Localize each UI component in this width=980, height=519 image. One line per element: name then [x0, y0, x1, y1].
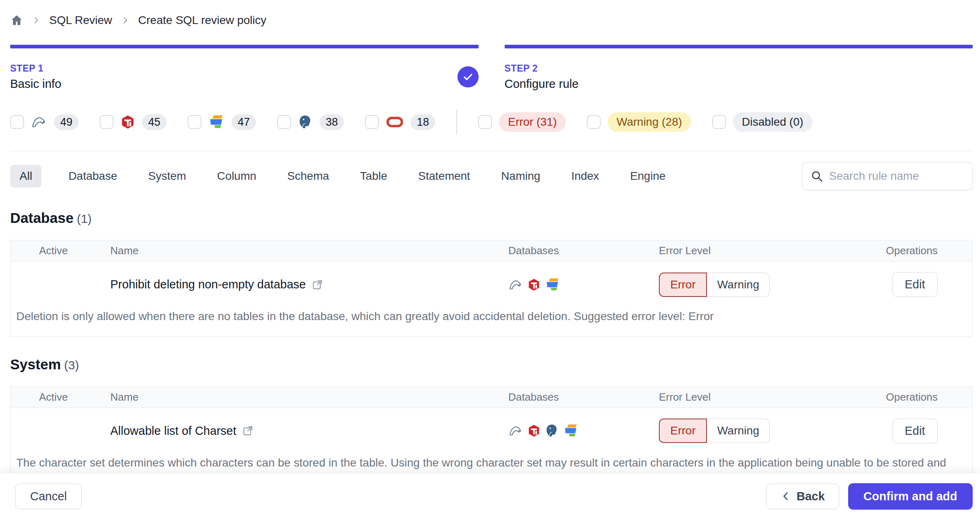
- oceanbase-checkbox[interactable]: [188, 115, 201, 129]
- table-row: Allowable list of Charset Error Warning …: [11, 408, 972, 452]
- filter-bar: 49 45 47 38: [10, 109, 973, 135]
- step-2-label: STEP 2: [505, 63, 579, 74]
- home-icon[interactable]: [10, 14, 23, 27]
- stepper: STEP 1 Basic info STEP 2 Configure rule: [10, 45, 973, 91]
- tab-system[interactable]: System: [144, 165, 190, 188]
- tab-database[interactable]: Database: [64, 165, 121, 188]
- tidb-icon: [120, 115, 135, 129]
- oceanbase-icon: [563, 423, 579, 438]
- edit-button[interactable]: Edit: [892, 272, 938, 297]
- step-2-title: Configure rule: [505, 77, 579, 91]
- sql-review-policy-page: SQL Review Create SQL review policy STEP…: [0, 0, 980, 499]
- edit-button[interactable]: Edit: [892, 419, 938, 443]
- external-link-icon[interactable]: [242, 425, 254, 437]
- confirm-and-add-button[interactable]: Confirm and add: [848, 483, 973, 510]
- back-button[interactable]: Back: [766, 484, 839, 509]
- rule-name-text[interactable]: Prohibit deleting non-empty database: [110, 278, 306, 291]
- col-error-level: Error Level: [659, 391, 836, 403]
- postgresql-count-badge: 38: [319, 114, 344, 130]
- tab-statement[interactable]: Statement: [414, 165, 475, 188]
- mysql-icon: [31, 114, 47, 130]
- error-level-warning-button[interactable]: Warning: [707, 273, 770, 297]
- tidb-checkbox[interactable]: [100, 115, 114, 129]
- warning-count-pill: Warning (28): [608, 112, 691, 132]
- error-count-pill: Error (31): [499, 112, 566, 132]
- tab-naming[interactable]: Naming: [497, 165, 544, 188]
- section-name: System: [10, 356, 61, 372]
- col-databases: Databases: [508, 244, 659, 257]
- postgresql-icon: [298, 115, 313, 129]
- filter-postgresql: 38: [277, 114, 344, 130]
- breadcrumb-current-page: Create SQL review policy: [138, 14, 267, 27]
- tab-index[interactable]: Index: [567, 165, 604, 188]
- external-link-icon[interactable]: [311, 279, 324, 291]
- oceanbase-icon: [208, 114, 225, 130]
- search-rule-input[interactable]: [829, 170, 964, 183]
- postgresql-icon: [545, 424, 559, 438]
- mysql-icon: [508, 423, 523, 438]
- error-level-error-button[interactable]: Error: [659, 419, 707, 443]
- tab-table[interactable]: Table: [356, 165, 392, 188]
- rule-database-icons: [508, 423, 659, 438]
- col-active: Active: [39, 244, 110, 257]
- col-error-level: Error Level: [659, 244, 836, 257]
- error-level-warning-button[interactable]: Warning: [707, 419, 770, 443]
- filter-oracle: 18: [365, 114, 435, 130]
- col-name: Name: [110, 391, 508, 403]
- table-header-row: Active Name Databases Error Level Operat…: [11, 240, 972, 262]
- step-1-label: STEP 1: [10, 63, 61, 74]
- category-tab-bar: All Database System Column Schema Table …: [10, 162, 973, 190]
- footer-action-bar: Cancel Back Confirm and add: [0, 473, 980, 519]
- tab-all[interactable]: All: [10, 165, 42, 188]
- disabled-count-pill: Disabled (0): [733, 112, 812, 132]
- col-databases: Databases: [508, 391, 659, 403]
- section-name: Database: [10, 210, 74, 226]
- chevron-right-icon: [31, 15, 41, 25]
- search-rule-box: [802, 162, 973, 190]
- step-1-title: Basic info: [10, 77, 61, 91]
- search-icon: [810, 170, 823, 183]
- disabled-level-checkbox[interactable]: [712, 115, 726, 129]
- error-level-error-button[interactable]: Error: [659, 273, 707, 297]
- col-operations: Operations: [836, 391, 938, 403]
- chevron-right-icon: [120, 15, 130, 25]
- filter-mysql: 49: [10, 114, 79, 130]
- oceanbase-icon: [545, 277, 560, 292]
- horizontal-divider: [10, 151, 973, 151]
- step-1-completed-check-icon: [457, 66, 479, 87]
- tab-engine[interactable]: Engine: [626, 165, 669, 188]
- tidb-icon: [527, 424, 540, 437]
- col-operations: Operations: [836, 244, 938, 257]
- section-count: (1): [77, 212, 92, 225]
- back-button-label: Back: [796, 490, 825, 503]
- section-count: (3): [64, 358, 79, 372]
- table-header-row: Active Name Databases Error Level Operat…: [11, 387, 972, 408]
- cancel-button[interactable]: Cancel: [15, 484, 82, 509]
- breadcrumb-sql-review[interactable]: SQL Review: [49, 14, 112, 27]
- section-title-system: System(3): [10, 356, 973, 373]
- col-active: Active: [39, 391, 110, 403]
- error-level-segmented-control: Error Warning: [659, 419, 836, 443]
- mysql-icon: [508, 277, 523, 292]
- table-row: Prohibit deleting non-empty database Err…: [11, 262, 972, 306]
- step-1-progress-bar: [10, 45, 479, 48]
- filter-disabled-level: Disabled (0): [712, 112, 812, 132]
- warning-level-checkbox[interactable]: [587, 115, 601, 129]
- mysql-checkbox[interactable]: [10, 115, 24, 129]
- postgresql-checkbox[interactable]: [277, 115, 291, 129]
- error-level-checkbox[interactable]: [478, 115, 492, 129]
- chevron-left-icon: [780, 491, 792, 502]
- oracle-icon: [386, 116, 404, 128]
- col-name: Name: [110, 244, 508, 257]
- filter-oceanbase: 47: [188, 114, 256, 130]
- oracle-checkbox[interactable]: [365, 115, 379, 129]
- oracle-count-badge: 18: [411, 114, 435, 130]
- filter-tidb: 45: [100, 114, 166, 130]
- tab-column[interactable]: Column: [213, 165, 260, 188]
- breadcrumb: SQL Review Create SQL review policy: [10, 0, 973, 28]
- rule-name-text[interactable]: Allowable list of Charset: [110, 424, 236, 438]
- oceanbase-count-badge: 47: [232, 114, 256, 130]
- step-2: STEP 2 Configure rule: [505, 45, 973, 91]
- tab-schema[interactable]: Schema: [283, 165, 333, 188]
- database-rule-table: Active Name Databases Error Level Operat…: [10, 240, 973, 337]
